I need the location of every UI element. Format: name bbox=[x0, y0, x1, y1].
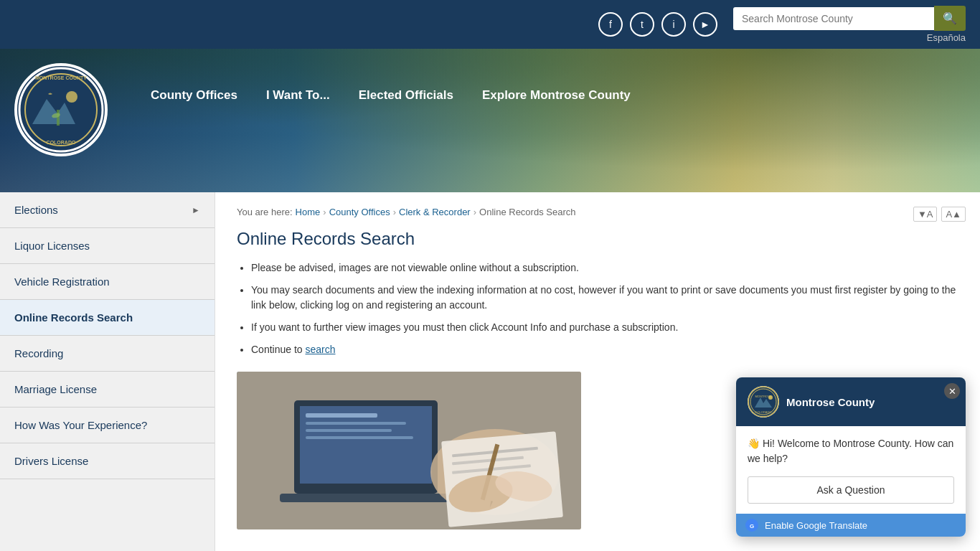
social-icons-group: f t i ► bbox=[598, 12, 717, 37]
elections-arrow-icon: ► bbox=[192, 205, 200, 215]
ask-question-button[interactable]: Ask a Question bbox=[748, 476, 954, 504]
twitter-icon[interactable]: t bbox=[630, 12, 654, 37]
search-input[interactable] bbox=[733, 7, 934, 30]
bullet-2: You may search documents and view the in… bbox=[251, 283, 958, 313]
bullet-4: Continue to search bbox=[251, 342, 958, 357]
sidebar-item-marriage-license[interactable]: Marriage License bbox=[0, 372, 215, 408]
search-bar: 🔍 bbox=[733, 6, 966, 31]
breadcrumb-home[interactable]: Home bbox=[296, 207, 321, 217]
nav-explore[interactable]: Explore Montrose County bbox=[482, 88, 631, 103]
sidebar-item-liquor-licenses[interactable]: Liquor Licenses bbox=[0, 228, 215, 264]
chat-title: Montrose County bbox=[786, 396, 875, 408]
main-nav: County Offices I Want To... Elected Offi… bbox=[108, 49, 652, 103]
svg-text:COLORADO: COLORADO bbox=[755, 410, 772, 414]
page-title: Online Records Search bbox=[237, 229, 958, 249]
breadcrumb: You are here: Home › County Offices › Cl… bbox=[237, 207, 958, 217]
svg-rect-15 bbox=[280, 494, 452, 502]
google-translate-bar[interactable]: G Enable Google Translate bbox=[736, 514, 966, 537]
instagram-icon[interactable]: i bbox=[661, 12, 686, 37]
svg-rect-11 bbox=[306, 413, 377, 418]
info-bullets: Please be advised, images are not viewab… bbox=[251, 260, 958, 357]
svg-rect-13 bbox=[306, 429, 392, 432]
svg-rect-12 bbox=[306, 422, 406, 425]
svg-point-30 bbox=[768, 395, 773, 400]
chat-close-button[interactable]: ✕ bbox=[944, 383, 960, 399]
nav-i-want-to[interactable]: I Want To... bbox=[266, 88, 330, 103]
youtube-icon[interactable]: ► bbox=[693, 12, 717, 37]
chat-body: 👋 Hi! Welcome to Montrose County. How ca… bbox=[736, 426, 966, 514]
sidebar: Elections ► Liquor Licenses Vehicle Regi… bbox=[0, 192, 215, 551]
bullet-3: If you want to further view images you m… bbox=[251, 320, 958, 335]
sidebar-item-elections[interactable]: Elections ► bbox=[0, 192, 215, 228]
chat-logo: MONTROSE COLORADO bbox=[748, 386, 779, 418]
font-increase-button[interactable]: A▲ bbox=[941, 207, 966, 222]
breadcrumb-current: Online Records Search bbox=[479, 207, 575, 217]
translate-label: Enable Google Translate bbox=[765, 520, 867, 531]
svg-text:COLORADO: COLORADO bbox=[47, 140, 76, 145]
nav-county-offices[interactable]: County Offices bbox=[151, 88, 237, 103]
breadcrumb-prefix: You are here: bbox=[237, 207, 293, 217]
header-search-area: 🔍 Española bbox=[726, 6, 966, 43]
chat-greeting: 👋 Hi! Welcome to Montrose County. How ca… bbox=[748, 436, 954, 466]
google-icon: G bbox=[745, 518, 759, 532]
breadcrumb-clerk-recorder[interactable]: Clerk & Recorder bbox=[399, 207, 471, 217]
espanola-link[interactable]: Española bbox=[927, 32, 966, 43]
font-decrease-button[interactable]: ▼A bbox=[913, 207, 938, 222]
font-size-controls: ▼A A▲ bbox=[913, 207, 966, 222]
bullet-1: Please be advised, images are not viewab… bbox=[251, 260, 958, 276]
chat-header: MONTROSE COLORADO Montrose County ✕ bbox=[736, 377, 966, 426]
sidebar-item-how-was-your-experience[interactable]: How Was Your Experience? bbox=[0, 408, 215, 443]
sidebar-item-online-records-search[interactable]: Online Records Search bbox=[0, 300, 215, 336]
svg-point-5 bbox=[66, 91, 77, 103]
sidebar-item-vehicle-registration[interactable]: Vehicle Registration bbox=[0, 264, 215, 300]
sidebar-item-recording[interactable]: Recording bbox=[0, 336, 215, 372]
sidebar-item-drivers-license[interactable]: Drivers License bbox=[0, 443, 215, 479]
svg-rect-14 bbox=[306, 436, 413, 439]
nav-elected-officials[interactable]: Elected Officials bbox=[359, 88, 453, 103]
svg-text:MONTROSE COUNTY: MONTROSE COUNTY bbox=[35, 75, 87, 80]
content-image bbox=[237, 372, 581, 529]
svg-text:G: G bbox=[750, 523, 754, 529]
chat-widget: MONTROSE COLORADO Montrose County ✕ 👋 Hi… bbox=[736, 377, 966, 537]
svg-rect-10 bbox=[300, 406, 432, 484]
site-logo[interactable]: MONTROSE COUNTY COLORADO bbox=[14, 63, 108, 156]
search-button[interactable]: 🔍 bbox=[934, 6, 966, 31]
facebook-icon[interactable]: f bbox=[598, 12, 623, 37]
breadcrumb-county-offices[interactable]: County Offices bbox=[329, 207, 390, 217]
search-link[interactable]: search bbox=[306, 344, 336, 355]
svg-rect-6 bbox=[57, 110, 60, 126]
